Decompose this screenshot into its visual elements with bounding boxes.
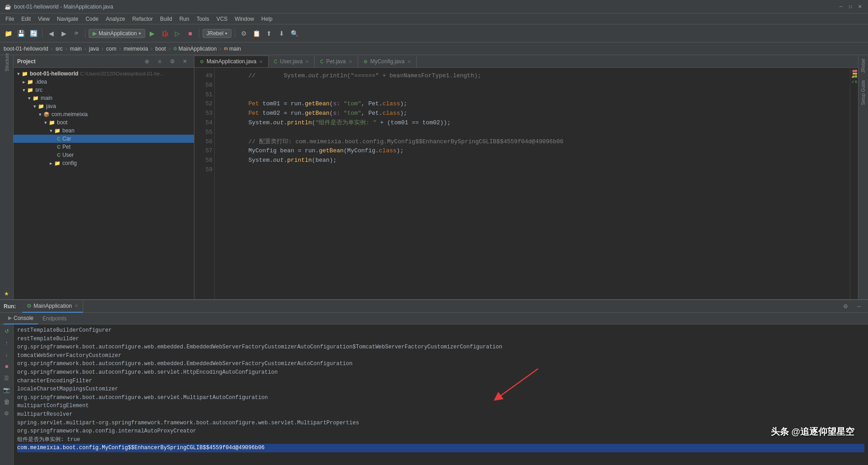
run-close-icon[interactable]: ─: [854, 301, 864, 312]
project-hide-icon[interactable]: ✕: [179, 56, 190, 67]
scroll-up-button[interactable]: ↑: [2, 338, 12, 348]
breadcrumb-method[interactable]: m main: [224, 46, 241, 52]
menu-build[interactable]: Build: [156, 15, 176, 23]
tab-myconfig[interactable]: ⚙ MyConfig.java ✕: [358, 56, 417, 67]
pet-type-icon: C: [57, 144, 61, 150]
toolbar-nav-icon[interactable]: ⟳: [71, 28, 82, 39]
console-line-2: restTemplateBuilder: [17, 335, 864, 343]
tab-pet-close[interactable]: ✕: [349, 59, 352, 64]
breadcrumb-main[interactable]: main: [70, 46, 82, 52]
console-tab[interactable]: ▶ Console: [4, 313, 38, 324]
breadcrumb-boot[interactable]: boot: [155, 46, 165, 52]
tab-myconfig-close[interactable]: ✕: [407, 59, 411, 64]
settings-icon[interactable]: ⚙: [238, 28, 249, 39]
build-icon[interactable]: ▶: [147, 28, 158, 39]
close-button[interactable]: ✕: [856, 3, 863, 10]
run-config-selector[interactable]: ▶ MainApplication ▾: [89, 29, 145, 38]
project-locate-icon[interactable]: ⊕: [142, 56, 152, 67]
project-collapse-icon[interactable]: ≡: [154, 56, 165, 67]
breadcrumb-app[interactable]: ⚙ MainApplication: [173, 46, 217, 52]
search-icon[interactable]: 🔍: [289, 28, 300, 39]
console-line-12: spring.servlet.multipart-org.springframe…: [17, 419, 864, 427]
maximize-button[interactable]: □: [847, 3, 854, 10]
run-app-close[interactable]: ✕: [75, 303, 78, 308]
scroll-down-button[interactable]: ↓: [2, 350, 12, 360]
tab-pet[interactable]: C Pet.java ✕: [315, 56, 358, 67]
menu-edit[interactable]: Edit: [18, 15, 34, 23]
toolbar-save-icon[interactable]: 💾: [15, 28, 26, 39]
debug-icon[interactable]: 🐞: [160, 28, 170, 39]
tab-pet-icon: C: [320, 59, 323, 64]
breadcrumb-src[interactable]: src: [56, 46, 63, 52]
run-app-tab[interactable]: ⚙ MainApplication ✕: [22, 300, 83, 313]
error-count: ⚠9: [851, 69, 857, 73]
code-line-59: [220, 165, 850, 175]
sidebar-structure-icon[interactable]: Structure: [1, 57, 12, 68]
rerun-button[interactable]: ↺: [2, 326, 12, 336]
clear-button[interactable]: 🗑: [2, 397, 12, 407]
tree-item-config[interactable]: ▸ 📁 config: [14, 159, 194, 167]
toolbar-separator-3: [199, 29, 199, 38]
breadcrumb-root[interactable]: boot-01-helloworld: [4, 46, 48, 52]
tree-item-src[interactable]: ▾ 📁 src: [14, 86, 194, 94]
tree-item-pet[interactable]: C Pet: [14, 143, 194, 151]
menu-view[interactable]: View: [34, 15, 53, 23]
menu-help[interactable]: Help: [258, 15, 276, 23]
menu-navigate[interactable]: Navigate: [53, 15, 82, 23]
tree-item-user[interactable]: C User: [14, 151, 194, 159]
setup-guide-icon[interactable]: Setup Guide: [860, 76, 867, 109]
code-area[interactable]: // System.out.println("======" + beanNam…: [215, 68, 850, 299]
tab-main-application[interactable]: ⚙ MainApplication.java ✕: [194, 56, 269, 67]
tree-item-main[interactable]: ▾ 📁 main: [14, 94, 194, 102]
update-icon[interactable]: ⬇: [276, 28, 287, 39]
toolbar-back-icon[interactable]: ◀: [46, 28, 57, 39]
tree-item-bean[interactable]: ▾ 📁 bean: [14, 127, 194, 135]
camera-button[interactable]: 📷: [2, 385, 12, 395]
breadcrumb-java[interactable]: java: [89, 46, 99, 52]
tab-user[interactable]: C User.java ✕: [269, 56, 315, 67]
menu-tools[interactable]: Tools: [193, 15, 213, 23]
sidebar-favorites-icon[interactable]: ★: [1, 288, 12, 299]
tab-main-close[interactable]: ✕: [259, 59, 263, 64]
src-label: src: [35, 87, 42, 93]
tree-item-car[interactable]: C Car: [14, 135, 194, 143]
jrebel-selector[interactable]: JRebel ▾: [203, 29, 231, 38]
push-icon[interactable]: ⬆: [264, 28, 274, 39]
coverage-icon[interactable]: ▷: [172, 28, 183, 39]
menu-code[interactable]: Code: [82, 15, 102, 23]
menu-run[interactable]: Run: [176, 15, 193, 23]
navbar: boot-01-helloworld › src › main › java ›…: [0, 42, 868, 55]
toolbar-forward-icon[interactable]: ▶: [58, 28, 69, 39]
tab-user-label: User.java: [280, 58, 302, 65]
tree-item-idea[interactable]: ▸ 📁 .idea: [14, 78, 194, 86]
pet-label: Pet: [62, 144, 71, 150]
settings2-button[interactable]: ⚙: [2, 409, 12, 418]
minimize-button[interactable]: ─: [837, 3, 844, 10]
endpoints-tab-label: Endpoints: [42, 315, 66, 322]
tree-item-java[interactable]: ▾ 📁 java: [14, 102, 194, 110]
breadcrumb-meimeixia[interactable]: meimeixia: [123, 46, 148, 52]
run-settings-icon[interactable]: ⚙: [840, 301, 851, 312]
endpoints-tab[interactable]: Endpoints: [38, 313, 71, 324]
menu-vcs[interactable]: VCS: [213, 15, 231, 23]
menu-analyze[interactable]: Analyze: [102, 15, 129, 23]
filter-button[interactable]: ☰: [2, 373, 12, 383]
breadcrumb-com[interactable]: com: [106, 46, 117, 52]
jrebel-label: JRebel: [207, 30, 223, 37]
tree-root[interactable]: ▾ 📁 boot-01-helloworld C:\Users\32120\De…: [14, 70, 194, 78]
jrebel-side-icon[interactable]: JRebel: [860, 55, 867, 76]
stop-icon[interactable]: ■: [185, 28, 196, 39]
project-settings-icon[interactable]: ⚙: [167, 56, 178, 67]
menu-window[interactable]: Window: [231, 15, 258, 23]
vcs-icon[interactable]: 📋: [251, 28, 262, 39]
toolbar-refresh-icon[interactable]: 🔄: [28, 28, 39, 39]
toolbar-open-icon[interactable]: 📁: [3, 28, 14, 39]
stop-button[interactable]: ■: [2, 362, 12, 371]
menu-refactor[interactable]: Refactor: [129, 15, 156, 23]
tree-item-package[interactable]: ▾ 📦 com.meimeixia: [14, 110, 194, 118]
menu-file[interactable]: File: [2, 15, 18, 23]
project-header-icons: ⊕ ≡ ⚙ ✕: [142, 56, 190, 67]
console-area: ↺ ↑ ↓ ■ ☰ 📷 🗑 ⚙ restTemplateBuilderConfi…: [0, 324, 868, 465]
tree-item-boot[interactable]: ▾ 📁 boot: [14, 118, 194, 127]
tab-user-close[interactable]: ✕: [305, 59, 309, 64]
